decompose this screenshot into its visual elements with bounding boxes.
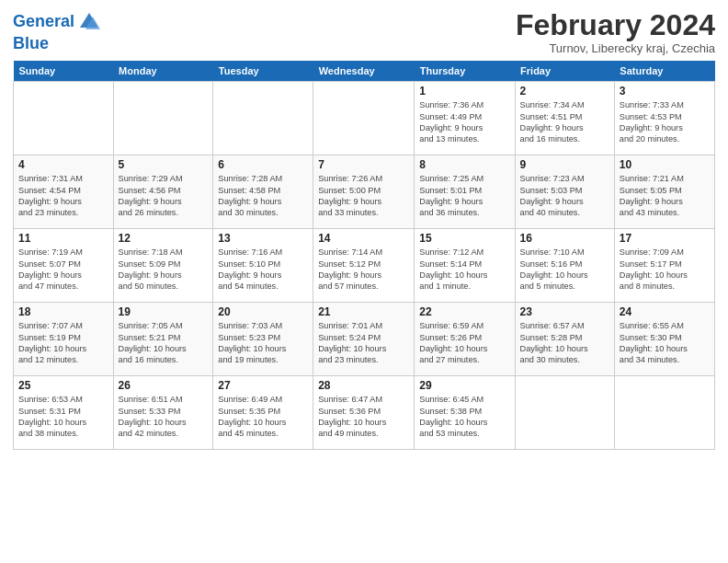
day-info: Sunrise: 7:09 AM Sunset: 5:17 PM Dayligh… bbox=[620, 247, 710, 293]
day-number: 13 bbox=[218, 232, 308, 245]
day-number: 2 bbox=[520, 85, 609, 98]
calendar-cell: 12Sunrise: 7:18 AM Sunset: 5:09 PM Dayli… bbox=[113, 229, 213, 303]
calendar-cell bbox=[113, 82, 213, 155]
logo-blue: Blue bbox=[13, 35, 102, 53]
day-info: Sunrise: 7:05 AM Sunset: 5:21 PM Dayligh… bbox=[119, 320, 209, 366]
calendar-cell: 6Sunrise: 7:28 AM Sunset: 4:58 PM Daylig… bbox=[213, 155, 313, 229]
calendar-cell: 3Sunrise: 7:33 AM Sunset: 4:53 PM Daylig… bbox=[614, 82, 714, 155]
day-info: Sunrise: 6:57 AM Sunset: 5:28 PM Dayligh… bbox=[520, 320, 609, 366]
calendar-cell: 15Sunrise: 7:12 AM Sunset: 5:14 PM Dayli… bbox=[415, 229, 515, 303]
day-number: 11 bbox=[18, 232, 108, 245]
calendar-cell: 11Sunrise: 7:19 AM Sunset: 5:07 PM Dayli… bbox=[14, 229, 114, 303]
calendar-body: 1Sunrise: 7:36 AM Sunset: 4:49 PM Daylig… bbox=[14, 82, 715, 450]
calendar-cell bbox=[313, 82, 415, 155]
calendar-cell bbox=[515, 376, 614, 450]
week-row-2: 4Sunrise: 7:31 AM Sunset: 4:54 PM Daylig… bbox=[14, 155, 715, 229]
calendar-cell bbox=[14, 82, 114, 155]
day-info: Sunrise: 6:45 AM Sunset: 5:38 PM Dayligh… bbox=[419, 394, 509, 440]
logo-text: General bbox=[13, 13, 74, 31]
day-info: Sunrise: 6:53 AM Sunset: 5:31 PM Dayligh… bbox=[18, 394, 108, 440]
day-number: 3 bbox=[620, 85, 710, 98]
calendar-cell: 5Sunrise: 7:29 AM Sunset: 4:56 PM Daylig… bbox=[113, 155, 213, 229]
week-row-4: 18Sunrise: 7:07 AM Sunset: 5:19 PM Dayli… bbox=[14, 303, 715, 376]
day-info: Sunrise: 7:31 AM Sunset: 4:54 PM Dayligh… bbox=[18, 173, 108, 219]
day-number: 23 bbox=[520, 305, 609, 318]
day-info: Sunrise: 7:28 AM Sunset: 4:58 PM Dayligh… bbox=[218, 173, 308, 219]
weekday-header-friday: Friday bbox=[515, 61, 614, 82]
calendar-cell: 19Sunrise: 7:05 AM Sunset: 5:21 PM Dayli… bbox=[113, 303, 213, 376]
day-number: 8 bbox=[419, 158, 509, 171]
calendar-cell: 26Sunrise: 6:51 AM Sunset: 5:33 PM Dayli… bbox=[113, 376, 213, 450]
day-info: Sunrise: 7:26 AM Sunset: 5:00 PM Dayligh… bbox=[318, 173, 409, 219]
day-number: 19 bbox=[119, 305, 209, 318]
day-info: Sunrise: 7:10 AM Sunset: 5:16 PM Dayligh… bbox=[520, 247, 609, 293]
logo: General Blue bbox=[13, 9, 102, 53]
day-number: 7 bbox=[318, 158, 409, 171]
day-info: Sunrise: 7:29 AM Sunset: 4:56 PM Dayligh… bbox=[119, 173, 209, 219]
calendar-cell: 29Sunrise: 6:45 AM Sunset: 5:38 PM Dayli… bbox=[415, 376, 515, 450]
title-block: February 2024 Turnov, Liberecky kraj, Cz… bbox=[516, 9, 715, 55]
day-number: 1 bbox=[419, 85, 509, 98]
calendar-cell: 27Sunrise: 6:49 AM Sunset: 5:35 PM Dayli… bbox=[213, 376, 313, 450]
weekday-header-sunday: Sunday bbox=[14, 61, 114, 82]
day-number: 4 bbox=[18, 158, 108, 171]
calendar-cell: 17Sunrise: 7:09 AM Sunset: 5:17 PM Dayli… bbox=[614, 229, 714, 303]
day-info: Sunrise: 7:23 AM Sunset: 5:03 PM Dayligh… bbox=[520, 173, 609, 219]
calendar-cell: 4Sunrise: 7:31 AM Sunset: 4:54 PM Daylig… bbox=[14, 155, 114, 229]
day-number: 20 bbox=[218, 305, 308, 318]
day-info: Sunrise: 7:01 AM Sunset: 5:24 PM Dayligh… bbox=[318, 320, 409, 366]
day-number: 14 bbox=[318, 232, 409, 245]
day-number: 26 bbox=[119, 379, 209, 392]
day-info: Sunrise: 7:07 AM Sunset: 5:19 PM Dayligh… bbox=[18, 320, 108, 366]
calendar-cell: 2Sunrise: 7:34 AM Sunset: 4:51 PM Daylig… bbox=[515, 82, 614, 155]
day-number: 18 bbox=[18, 305, 108, 318]
day-number: 5 bbox=[119, 158, 209, 171]
day-number: 29 bbox=[419, 379, 509, 392]
day-info: Sunrise: 7:18 AM Sunset: 5:09 PM Dayligh… bbox=[119, 247, 209, 293]
calendar-cell: 25Sunrise: 6:53 AM Sunset: 5:31 PM Dayli… bbox=[14, 376, 114, 450]
day-info: Sunrise: 7:19 AM Sunset: 5:07 PM Dayligh… bbox=[18, 247, 108, 293]
calendar-cell: 18Sunrise: 7:07 AM Sunset: 5:19 PM Dayli… bbox=[14, 303, 114, 376]
calendar-cell: 10Sunrise: 7:21 AM Sunset: 5:05 PM Dayli… bbox=[614, 155, 714, 229]
day-info: Sunrise: 6:47 AM Sunset: 5:36 PM Dayligh… bbox=[318, 394, 409, 440]
calendar-cell: 22Sunrise: 6:59 AM Sunset: 5:26 PM Dayli… bbox=[415, 303, 515, 376]
day-info: Sunrise: 7:14 AM Sunset: 5:12 PM Dayligh… bbox=[318, 247, 409, 293]
weekday-header-tuesday: Tuesday bbox=[213, 61, 313, 82]
day-info: Sunrise: 6:51 AM Sunset: 5:33 PM Dayligh… bbox=[119, 394, 209, 440]
week-row-1: 1Sunrise: 7:36 AM Sunset: 4:49 PM Daylig… bbox=[14, 82, 715, 155]
day-number: 6 bbox=[218, 158, 308, 171]
day-number: 10 bbox=[620, 158, 710, 171]
calendar-cell: 21Sunrise: 7:01 AM Sunset: 5:24 PM Dayli… bbox=[313, 303, 415, 376]
day-number: 16 bbox=[520, 232, 609, 245]
weekday-header-wednesday: Wednesday bbox=[313, 61, 415, 82]
day-number: 17 bbox=[620, 232, 710, 245]
day-number: 15 bbox=[419, 232, 509, 245]
weekday-header-saturday: Saturday bbox=[614, 61, 714, 82]
weekday-header-row: SundayMondayTuesdayWednesdayThursdayFrid… bbox=[14, 61, 715, 82]
day-info: Sunrise: 7:36 AM Sunset: 4:49 PM Dayligh… bbox=[419, 99, 509, 145]
calendar-cell: 14Sunrise: 7:14 AM Sunset: 5:12 PM Dayli… bbox=[313, 229, 415, 303]
day-info: Sunrise: 7:34 AM Sunset: 4:51 PM Dayligh… bbox=[520, 99, 609, 145]
week-row-5: 25Sunrise: 6:53 AM Sunset: 5:31 PM Dayli… bbox=[14, 376, 715, 450]
calendar-cell: 24Sunrise: 6:55 AM Sunset: 5:30 PM Dayli… bbox=[614, 303, 714, 376]
location: Turnov, Liberecky kraj, Czechia bbox=[516, 41, 715, 55]
weekday-header-monday: Monday bbox=[113, 61, 213, 82]
calendar: SundayMondayTuesdayWednesdayThursdayFrid… bbox=[13, 61, 715, 450]
calendar-cell: 1Sunrise: 7:36 AM Sunset: 4:49 PM Daylig… bbox=[415, 82, 515, 155]
day-number: 27 bbox=[218, 379, 308, 392]
calendar-cell bbox=[213, 82, 313, 155]
calendar-cell: 7Sunrise: 7:26 AM Sunset: 5:00 PM Daylig… bbox=[313, 155, 415, 229]
calendar-cell: 13Sunrise: 7:16 AM Sunset: 5:10 PM Dayli… bbox=[213, 229, 313, 303]
day-info: Sunrise: 6:59 AM Sunset: 5:26 PM Dayligh… bbox=[419, 320, 509, 366]
month-title: February 2024 bbox=[516, 9, 715, 41]
day-number: 28 bbox=[318, 379, 409, 392]
day-info: Sunrise: 6:49 AM Sunset: 5:35 PM Dayligh… bbox=[218, 394, 308, 440]
calendar-cell: 16Sunrise: 7:10 AM Sunset: 5:16 PM Dayli… bbox=[515, 229, 614, 303]
day-info: Sunrise: 6:55 AM Sunset: 5:30 PM Dayligh… bbox=[620, 320, 710, 366]
day-info: Sunrise: 7:25 AM Sunset: 5:01 PM Dayligh… bbox=[419, 173, 509, 219]
calendar-cell: 20Sunrise: 7:03 AM Sunset: 5:23 PM Dayli… bbox=[213, 303, 313, 376]
logo-icon bbox=[76, 9, 102, 35]
day-info: Sunrise: 7:03 AM Sunset: 5:23 PM Dayligh… bbox=[218, 320, 308, 366]
day-info: Sunrise: 7:33 AM Sunset: 4:53 PM Dayligh… bbox=[620, 99, 710, 145]
calendar-cell bbox=[614, 376, 714, 450]
